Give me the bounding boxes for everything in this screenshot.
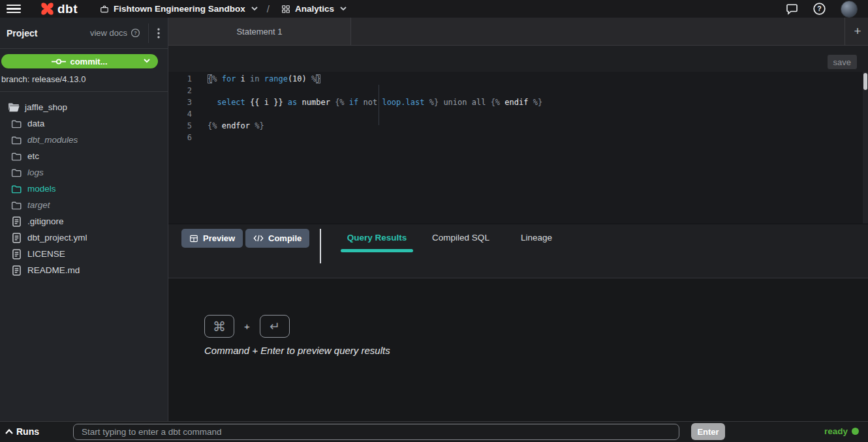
commit-button[interactable]: commit... — [1, 54, 158, 68]
kebab-menu-icon — [157, 28, 160, 38]
svg-text:?: ? — [134, 30, 137, 36]
tree-item-label: target — [27, 200, 50, 210]
dbt-ide-window: dbt Fishtown Engineering Sandbox / Analy… — [0, 0, 868, 442]
sidebar-menu-button[interactable] — [148, 23, 168, 43]
editor-scrollbar-thumb[interactable] — [863, 73, 867, 90]
hamburger-menu-icon[interactable] — [7, 5, 21, 14]
tree-item--gitignore[interactable]: .gitignore — [0, 213, 168, 229]
view-docs-label: view docs — [90, 28, 127, 38]
compile-label: Compile — [268, 233, 302, 243]
command-status-bar: Runs Enter ready — [0, 421, 868, 442]
code-editor[interactable]: 1{% for i in range(10) %}23 select {{ i … — [168, 72, 868, 224]
folder-icon — [10, 152, 22, 161]
project-name: Analytics — [295, 4, 334, 14]
project-sidebar: Project view docs ? — [0, 18, 168, 421]
tree-item-target[interactable]: target — [0, 197, 168, 213]
commit-label: commit... — [70, 57, 107, 66]
sidebar-divider — [0, 91, 168, 92]
account-name: Fishtown Engineering Sandbox — [114, 4, 245, 14]
briefcase-icon — [100, 5, 109, 14]
sidebar-title: Project — [7, 28, 37, 38]
sidebar-header: Project view docs ? — [0, 18, 168, 49]
dbt-logo[interactable]: dbt — [39, 1, 78, 17]
enter-key-icon: ↵ — [260, 315, 290, 338]
svg-text:?: ? — [817, 5, 821, 12]
file-icon — [10, 233, 22, 243]
folder-icon — [10, 136, 22, 145]
tree-item-label: data — [27, 119, 44, 128]
tree-item-jaffle-shop[interactable]: jaffle_shop — [0, 99, 168, 115]
tree-item-etc[interactable]: etc — [0, 148, 168, 164]
results-tab-lineage[interactable]: Lineage — [513, 233, 560, 246]
code-line: {% endfor %} — [208, 120, 264, 132]
file-icon — [10, 216, 22, 227]
dbt-logo-text: dbt — [57, 2, 78, 16]
line-number: 4 — [176, 108, 192, 120]
tree-item-label: logs — [27, 168, 44, 177]
code-line: {% for i in range(10) %} — [208, 73, 320, 85]
tree-item-label: README.md — [27, 265, 80, 275]
results-tab-compiled-sql[interactable]: Compiled SQL — [427, 233, 494, 246]
plus-separator: + — [244, 321, 250, 332]
save-button[interactable]: save — [828, 55, 857, 69]
dbt-command-input[interactable] — [73, 424, 679, 440]
folder-icon — [10, 119, 22, 128]
tree-item-models[interactable]: models — [0, 181, 168, 197]
file-tree: jaffle_shopdatadbt_modulesetclogsmodelst… — [0, 99, 168, 278]
folder-icon — [10, 168, 22, 177]
tree-item-label: jaffle_shop — [25, 102, 67, 112]
folder-icon — [10, 201, 22, 210]
folder-accent-icon — [10, 184, 22, 194]
line-number: 3 — [176, 96, 192, 108]
preview-button[interactable]: Preview — [181, 229, 243, 248]
line-number: 2 — [176, 85, 192, 96]
chevron-down-icon — [251, 7, 258, 11]
tree-item-label: models — [27, 184, 56, 194]
line-number: 6 — [176, 132, 192, 143]
results-toolbar: Preview Compile Query ResultsCompiled SQ… — [168, 224, 868, 278]
top-nav-bar: dbt Fishtown Engineering Sandbox / Analy… — [0, 0, 868, 18]
editor-tab-statement-1[interactable]: Statement 1 — [168, 18, 351, 45]
editor-tab-label: Statement 1 — [236, 27, 282, 37]
tree-item-dbt-project-yml[interactable]: dbt_project.yml — [0, 229, 168, 246]
editor-scrollbar-track[interactable] — [863, 72, 868, 224]
line-number: 1 — [176, 73, 192, 85]
chevron-down-icon — [340, 7, 347, 11]
tree-item-license[interactable]: LICENSE — [0, 246, 168, 262]
help-icon[interactable]: ? — [813, 2, 826, 16]
status-dot-icon — [852, 428, 859, 435]
results-tab-query-results[interactable]: Query Results — [341, 233, 413, 246]
file-icon — [10, 249, 22, 259]
tree-item-label: dbt_project.yml — [27, 233, 87, 243]
project-switcher[interactable]: Analytics — [281, 4, 347, 14]
enter-button[interactable]: Enter — [691, 423, 725, 440]
tree-item-dbt-modules[interactable]: dbt_modules — [0, 132, 168, 148]
view-docs-link[interactable]: view docs ? — [90, 28, 148, 38]
tree-item-readme-md[interactable]: README.md — [0, 262, 168, 278]
empty-state-caption: Command + Enter to preview query results — [204, 345, 390, 356]
status-indicator: ready — [824, 426, 859, 436]
help-circle-icon: ? — [131, 28, 140, 38]
compile-button[interactable]: Compile — [245, 229, 309, 248]
runs-label: Runs — [16, 426, 39, 437]
tree-item-data[interactable]: data — [0, 115, 168, 132]
table-icon — [189, 234, 198, 243]
runs-toggle[interactable]: Runs — [5, 426, 39, 437]
account-switcher[interactable]: Fishtown Engineering Sandbox — [100, 4, 258, 14]
tree-item-logs[interactable]: logs — [0, 164, 168, 181]
folder-open-icon — [8, 102, 20, 112]
user-avatar[interactable] — [841, 1, 858, 18]
tree-item-label: .gitignore — [27, 216, 64, 226]
tree-item-label: LICENSE — [27, 249, 65, 259]
line-number: 5 — [176, 120, 192, 132]
active-tab-underline — [341, 249, 413, 252]
chat-icon[interactable] — [786, 3, 798, 15]
code-icon — [253, 234, 264, 243]
tree-item-label: etc — [27, 151, 39, 161]
toolbar-separator — [320, 229, 321, 263]
status-label: ready — [824, 426, 848, 436]
new-tab-button[interactable]: + — [851, 25, 864, 38]
code-line: select {{ i }} as number {% if not loop.… — [208, 96, 542, 108]
tabstrip-divider — [845, 18, 845, 45]
query-results-panel: ⌘ + ↵ Command + Enter to preview query r… — [168, 278, 868, 421]
